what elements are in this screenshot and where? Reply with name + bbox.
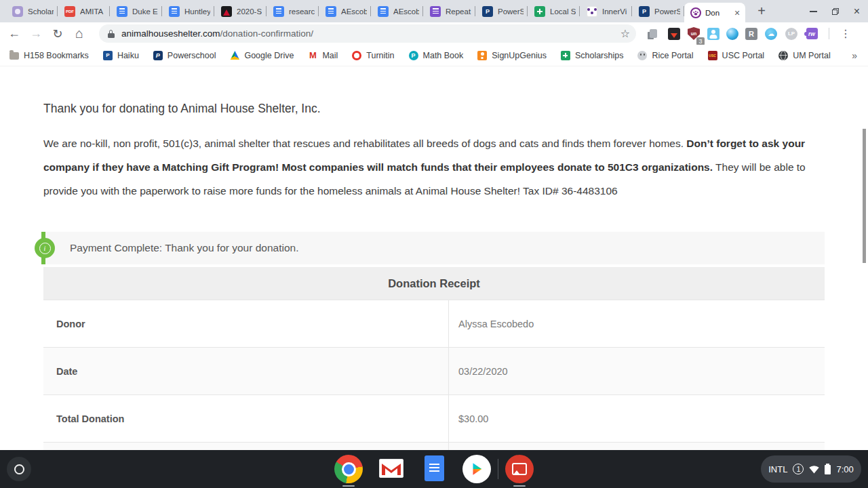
- docs-favicon-icon: [169, 6, 180, 17]
- bookmark-rice-portal[interactable]: Rice Portal: [637, 51, 693, 60]
- paragraph-text: We are no-kill, non profit, 501(c)3, ani…: [43, 138, 686, 149]
- clock-label: 7:00: [836, 464, 853, 474]
- bookmark-usc-portal[interactable]: USCUSC Portal: [708, 51, 765, 60]
- new-tab-button[interactable]: +: [752, 2, 771, 21]
- minimize-icon[interactable]: [810, 11, 817, 12]
- status-tray[interactable]: INTL 1 7:00: [761, 455, 861, 483]
- bookmark-label: Scholarships: [575, 51, 624, 60]
- bookmark-google-drive[interactable]: Google Drive: [230, 51, 294, 60]
- input-method-label: INTL: [768, 464, 787, 474]
- address-bar[interactable]: animalhouseshelter.com/donation-confirma…: [99, 24, 636, 43]
- bookmarks-overflow-icon[interactable]: »: [852, 50, 857, 61]
- tab-duke[interactable]: Duke E: [110, 0, 162, 22]
- google-drive-icon: [230, 51, 239, 60]
- tab-powerschool-2[interactable]: P PowerS: [632, 0, 684, 22]
- info-icon: i: [35, 238, 55, 258]
- extension-pages[interactable]: [644, 22, 663, 45]
- launcher-icon: [14, 464, 24, 474]
- receipt-table: Donor Alyssa Escobedo Date 03/22/2020 To…: [43, 300, 825, 450]
- gmail-app-icon[interactable]: [379, 459, 403, 478]
- tab-local-s[interactable]: Local S: [528, 0, 580, 22]
- home-icon[interactable]: ⌂: [69, 22, 90, 45]
- window-close-icon[interactable]: ×: [854, 6, 860, 17]
- docs-app-icon[interactable]: [425, 455, 444, 481]
- extension-r[interactable]: R: [742, 22, 761, 45]
- row-value: [449, 443, 825, 450]
- bookmark-label: Google Drive: [244, 51, 294, 60]
- bookmark-label: Rice Portal: [652, 51, 693, 60]
- dark-red-extension-icon: [668, 28, 680, 40]
- extension-cloud[interactable]: ☁: [762, 22, 781, 45]
- tab-repeat[interactable]: Repeat: [423, 0, 475, 22]
- play-store-app-icon[interactable]: [462, 455, 491, 483]
- sheets-icon: [561, 51, 570, 60]
- tab-aescob-1[interactable]: AEscob: [319, 0, 371, 22]
- tab-title: InnerVi: [602, 7, 628, 16]
- browser-menu-icon[interactable]: ⋮: [836, 22, 855, 45]
- bookmark-signupgenius[interactable]: SignUpGenius: [477, 51, 547, 60]
- screenshot-app-icon[interactable]: [505, 455, 534, 483]
- extension-person[interactable]: [704, 22, 723, 45]
- toolbar-divider: [829, 28, 829, 39]
- chrome-running-indicator: [342, 485, 355, 487]
- tab-research[interactable]: researc: [267, 0, 319, 22]
- tab-title: Huntley: [184, 7, 210, 16]
- bookmark-label: SignUpGenius: [492, 51, 547, 60]
- tab-title: Local S: [550, 7, 576, 16]
- url-text[interactable]: animalhouseshelter.com/donation-confirma…: [121, 28, 313, 39]
- extension-readwrite[interactable]: rw: [802, 22, 821, 45]
- battery-icon: [825, 465, 831, 474]
- notice-text: Payment Complete: Thank you for your don…: [70, 232, 298, 264]
- bookmark-um-portal[interactable]: UM Portal: [778, 51, 831, 60]
- globe-icon: [778, 51, 788, 60]
- tab-powerschool-1[interactable]: P PowerS: [475, 0, 528, 22]
- turnitin-icon: [352, 51, 361, 60]
- tab-donation-active[interactable]: Don ×: [684, 3, 745, 22]
- bookmark-label: Math Book: [423, 51, 464, 60]
- folder-icon: [9, 52, 19, 60]
- bookmark-mail[interactable]: MMail: [308, 51, 338, 60]
- tab-amita[interactable]: PDF AMITA: [58, 0, 110, 22]
- tab-close-icon[interactable]: ×: [732, 7, 743, 18]
- bookmark-scholarships[interactable]: Scholarships: [561, 51, 624, 60]
- tab-title: researc: [289, 7, 315, 16]
- bookmark-powerschool[interactable]: PPowerschool: [153, 51, 216, 60]
- chromeos-shelf: INTL 1 7:00: [0, 450, 868, 488]
- tab-2020-s[interactable]: 2020-S: [214, 0, 267, 22]
- bookmark-star-icon[interactable]: ☆: [620, 27, 630, 40]
- tab-title: AEscob: [341, 7, 367, 16]
- page-scrollbar[interactable]: [863, 129, 866, 263]
- innerview-favicon-icon: [587, 6, 597, 17]
- tab-scholar[interactable]: Scholar: [5, 0, 58, 22]
- usc-icon: USC: [708, 51, 717, 60]
- docs-favicon-icon: [326, 6, 336, 17]
- launcher-button[interactable]: [7, 457, 31, 481]
- row-value: Alyssa Escobedo: [449, 300, 825, 347]
- extension-globe[interactable]: [723, 22, 742, 45]
- lock-icon[interactable]: [108, 30, 115, 38]
- tab-strip: Scholar PDF AMITA Duke E Huntley 2020-S …: [0, 0, 868, 22]
- bookmarks-bar: H158 Bookmarks PHaiku PPowerschool Googl…: [0, 45, 868, 66]
- bookmark-haiku[interactable]: PHaiku: [103, 51, 139, 60]
- tab-innerview[interactable]: InnerVi: [580, 0, 632, 22]
- bookmark-folder[interactable]: H158 Bookmarks: [9, 51, 89, 60]
- puzzle-extension-icon: rw: [806, 28, 818, 39]
- bookmark-label: H158 Bookmarks: [24, 51, 89, 60]
- chrome-app-icon[interactable]: [334, 455, 363, 483]
- photo-frame-icon: [512, 463, 527, 475]
- back-icon[interactable]: ←: [4, 22, 24, 45]
- tab-huntley[interactable]: Huntley: [162, 0, 214, 22]
- extension-shield[interactable]: un 3: [684, 22, 703, 45]
- tab-aescob-2[interactable]: AEscob: [371, 0, 423, 22]
- extension-lastpass[interactable]: LP: [782, 22, 801, 45]
- restore-icon[interactable]: [832, 8, 839, 15]
- extension-dark-red[interactable]: [665, 22, 684, 45]
- bookmark-math-book[interactable]: PMath Book: [409, 51, 464, 60]
- tab-title: Repeat: [446, 7, 471, 16]
- docs-favicon-icon: [117, 6, 127, 17]
- intro-paragraph: We are no-kill, non profit, 501(c)3, ani…: [43, 131, 823, 203]
- reload-icon[interactable]: ↻: [47, 22, 68, 45]
- forward-icon[interactable]: →: [26, 22, 46, 45]
- bookmark-turnitin[interactable]: Turnitin: [352, 51, 394, 60]
- wifi-icon: [809, 465, 819, 474]
